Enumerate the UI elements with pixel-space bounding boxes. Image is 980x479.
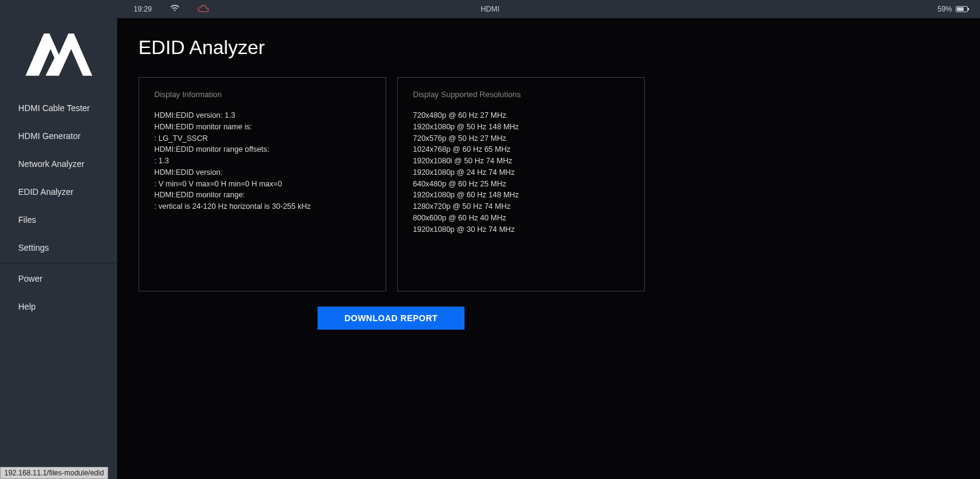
nav-network-analyzer[interactable]: Network Analyzer <box>0 150 117 178</box>
resolution-line: 720x576p @ 50 Hz 27 MHz <box>413 133 629 144</box>
logo-icon <box>0 33 117 76</box>
cloud-icon <box>198 4 209 15</box>
info-line: HDMI:EDID monitor name is: <box>154 121 370 133</box>
resolution-line: 1920x1080i @ 50 Hz 74 MHz <box>413 155 629 167</box>
resolution-line: 1920x1080p @ 60 Hz 148 MHz <box>413 189 629 201</box>
nav-help[interactable]: Help <box>0 293 117 321</box>
info-line: : vertical is 24-120 Hz horizontal is 30… <box>154 201 370 212</box>
resolution-line: 1280x720p @ 50 Hz 74 MHz <box>413 201 629 212</box>
resolutions-body: 720x480p @ 60 Hz 27 MHz 1920x1080p @ 50 … <box>413 110 629 235</box>
resolution-line: 1920x1080p @ 30 Hz 74 MHz <box>413 224 629 236</box>
resolution-line: 1920x1080p @ 50 Hz 148 MHz <box>413 121 629 133</box>
panel-title: Display Supported Resolutions <box>413 90 629 99</box>
display-info-body: HDMI:EDID version: 1.3 HDMI:EDID monitor… <box>154 110 370 212</box>
status-center: HDMI <box>481 5 500 13</box>
info-line: HDMI:EDID version: <box>154 167 370 178</box>
nav-secondary: Power Help <box>0 265 117 321</box>
resolution-line: 720x480p @ 60 Hz 27 MHz <box>413 110 629 121</box>
nav-files[interactable]: Files <box>0 206 117 234</box>
nav-hdmi-generator[interactable]: HDMI Generator <box>0 122 117 150</box>
nav-primary: HDMI Cable Tester HDMI Generator Network… <box>0 94 117 262</box>
status-time: 19:29 <box>134 5 152 13</box>
status-bar: 19:29 HDMI 59% <box>0 0 980 18</box>
panel-title: Display Information <box>154 90 370 99</box>
battery-icon <box>956 6 968 12</box>
battery-percent: 59% <box>937 5 952 13</box>
info-line: HDMI:EDID version: 1.3 <box>154 110 370 121</box>
info-line: : 1.3 <box>154 155 370 167</box>
sidebar: HDMI Cable Tester HDMI Generator Network… <box>0 18 117 479</box>
info-line: : LG_TV_SSCR <box>154 133 370 144</box>
resolution-line: 800x600p @ 60 Hz 40 MHz <box>413 212 629 224</box>
resolution-line: 640x480p @ 60 Hz 25 MHz <box>413 178 629 190</box>
nav-settings[interactable]: Settings <box>0 234 117 262</box>
supported-resolutions-panel: Display Supported Resolutions 720x480p @… <box>397 77 645 291</box>
page-title: EDID Analyzer <box>138 36 959 59</box>
info-line: HDMI:EDID monitor range offsets: <box>154 144 370 155</box>
footer-url: 192.168.11.1/files-module/edid <box>0 467 108 479</box>
wifi-icon <box>170 4 180 14</box>
nav-divider <box>0 263 117 263</box>
main-content: EDID Analyzer Display Information HDMI:E… <box>117 18 980 479</box>
resolution-line: 1024x768p @ 60 Hz 65 MHz <box>413 144 629 155</box>
info-line: : V min=0 V max=0 H min=0 H max=0 <box>154 178 370 190</box>
download-report-button[interactable]: DOWNLOAD REPORT <box>318 307 464 330</box>
nav-power[interactable]: Power <box>0 265 117 293</box>
display-information-panel: Display Information HDMI:EDID version: 1… <box>138 77 386 291</box>
nav-edid-analyzer[interactable]: EDID Analyzer <box>0 178 117 206</box>
nav-hdmi-cable-tester[interactable]: HDMI Cable Tester <box>0 94 117 122</box>
info-line: HDMI:EDID monitor range: <box>154 189 370 201</box>
resolution-line: 1920x1080p @ 24 Hz 74 MHz <box>413 167 629 178</box>
